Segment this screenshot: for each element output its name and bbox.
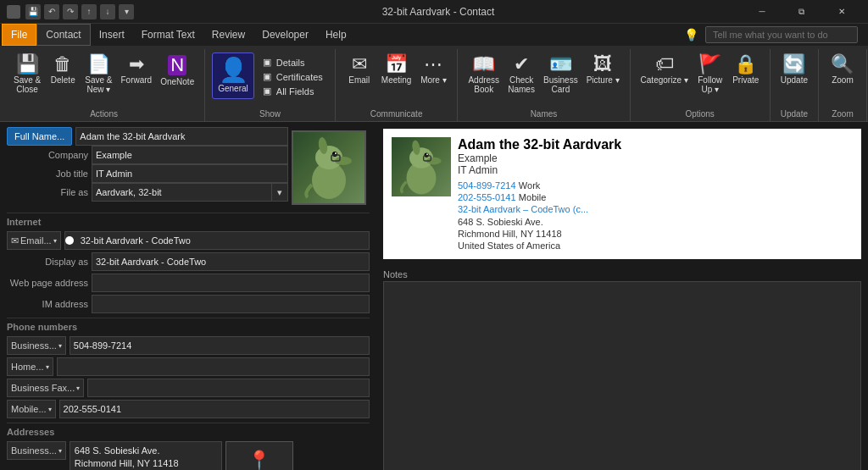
job-title-input[interactable]	[92, 164, 288, 183]
meeting-button[interactable]: 📅 Meeting	[378, 53, 415, 87]
company-input[interactable]	[92, 146, 288, 164]
categorize-icon: 🏷	[655, 55, 674, 74]
save-new-button[interactable]: 📄 Save &New ▾	[81, 53, 115, 97]
certificates-button[interactable]: ▣ Certificates	[259, 70, 326, 83]
up-tb-btn[interactable]: ↑	[81, 4, 97, 19]
im-address-row: IM address	[7, 295, 370, 313]
mobile-phone-input[interactable]	[59, 400, 370, 418]
forward-button[interactable]: ➡ Forward	[118, 53, 156, 87]
full-name-input[interactable]	[75, 127, 288, 146]
all-fields-button[interactable]: ▣ All Fields	[259, 85, 326, 97]
app-icon	[7, 5, 20, 19]
business-card-button[interactable]: 🪪 BusinessCard	[540, 53, 581, 97]
display-as-input[interactable]	[92, 252, 370, 271]
file-as-input[interactable]	[92, 183, 271, 202]
menu-help[interactable]: Help	[317, 24, 355, 46]
web-page-row: Web page address	[7, 274, 370, 292]
communicate-label: Communicate	[370, 108, 423, 121]
address-book-button[interactable]: 📖 AddressBook	[465, 53, 503, 97]
communicate-buttons: ✉ Email 📅 Meeting ⋯ More ▾	[341, 49, 453, 108]
email-field-row	[64, 231, 370, 250]
business-phone-label: Business...	[11, 340, 57, 351]
business-phone-dropdown[interactable]: Business... ▾	[7, 336, 66, 355]
address-block[interactable]: 648 S. Sobieski Ave. Richmond Hill, NY 1…	[70, 441, 222, 470]
update-button[interactable]: 🔄 Update	[777, 53, 811, 87]
business-phone-input[interactable]	[70, 336, 370, 355]
business-phone-row: Business... ▾	[7, 336, 370, 355]
actions-buttons: 💾 Save &Close 🗑 Delete 📄 Save &New ▾ ➡ F…	[8, 49, 199, 108]
map-it-button[interactable]: 📍 Map It	[225, 441, 293, 470]
notes-textarea[interactable]	[383, 281, 861, 470]
company-row: Company	[7, 146, 288, 164]
menu-file[interactable]: File	[2, 24, 36, 46]
card-link: 32-bit Aardvark – CodeTwo (c...	[458, 204, 588, 214]
business-fax-dropdown[interactable]: Business Fax... ▾	[7, 379, 84, 397]
business-fax-row: Business Fax... ▾	[7, 379, 370, 397]
more-tb-btn[interactable]: ▾	[119, 4, 134, 19]
general-button[interactable]: 👤 General	[212, 53, 254, 99]
more-button[interactable]: ⋯ More ▾	[416, 53, 450, 87]
tell-me-input[interactable]	[705, 26, 858, 43]
card-info: Adam the 32-bit Aardvark Example IT Admi…	[458, 137, 853, 251]
full-name-button[interactable]: Full Name...	[7, 127, 72, 146]
check-names-button[interactable]: ✔ CheckNames	[504, 53, 538, 97]
picture-button[interactable]: 🖼 Picture ▾	[583, 53, 623, 87]
address-street: 648 S. Sobieski Ave.	[75, 445, 217, 457]
restore-button[interactable]: ⧉	[782, 0, 821, 24]
file-as-label: File as	[7, 187, 92, 197]
tell-me-bar: 💡	[684, 24, 866, 46]
menu-review[interactable]: Review	[203, 24, 253, 46]
options-label: Options	[685, 108, 714, 121]
mobile-phone-dropdown[interactable]: Mobile... ▾	[7, 400, 56, 418]
address-city-state: Richmond Hill, NY 11418	[75, 457, 217, 470]
address-type-dropdown[interactable]: Business... ▾	[7, 441, 66, 460]
menu-developer[interactable]: Developer	[253, 24, 317, 46]
follow-up-button[interactable]: 🚩 FollowUp ▾	[693, 53, 727, 97]
aardvark-svg	[299, 134, 359, 202]
web-page-label: Web page address	[7, 278, 92, 288]
menu-contact[interactable]: Contact	[36, 24, 90, 46]
delete-icon: 🗑	[53, 55, 72, 74]
show-label: Show	[259, 108, 281, 121]
email-type-dropdown[interactable]: ✉ Email... ▾	[7, 231, 61, 250]
private-button[interactable]: 🔒 Private	[729, 53, 763, 87]
display-as-label: Display as	[7, 257, 92, 267]
save-tb-btn[interactable]: 💾	[25, 4, 41, 19]
email-indicator	[65, 236, 74, 245]
onenote-button[interactable]: N OneNote	[157, 53, 198, 89]
down-tb-btn[interactable]: ↓	[100, 4, 115, 19]
menu-format-text[interactable]: Format Text	[133, 24, 203, 46]
categorize-button[interactable]: 🏷 Categorize ▾	[637, 53, 692, 87]
zoom-button[interactable]: 🔍 Zoom	[826, 53, 860, 87]
email-button[interactable]: ✉ Email	[342, 53, 376, 87]
zoom-buttons: 🔍 Zoom	[824, 49, 861, 108]
home-phone-row: Home... ▾	[7, 357, 370, 376]
notes-label: Notes	[383, 269, 861, 279]
email-icon: ✉	[352, 55, 367, 74]
private-icon: 🔒	[734, 55, 757, 74]
web-page-input[interactable]	[92, 274, 370, 292]
file-as-dropdown[interactable]: ▾	[271, 183, 288, 202]
contact-photo[interactable]	[292, 130, 366, 205]
undo2-tb-btn[interactable]: ↷	[63, 4, 78, 19]
im-address-input[interactable]	[92, 295, 370, 313]
picture-icon: 🖼	[593, 55, 612, 74]
close-button[interactable]: ✕	[822, 0, 861, 24]
email-icon-small: ✉	[11, 235, 19, 246]
lightbulb-icon: 💡	[684, 28, 698, 41]
company-label: Company	[7, 150, 92, 160]
delete-button[interactable]: 🗑 Delete	[46, 53, 80, 87]
actions-label: Actions	[90, 108, 118, 121]
check-names-icon: ✔	[514, 55, 529, 74]
business-fax-input[interactable]	[87, 379, 370, 397]
fax-dropdown-arrow: ▾	[76, 384, 80, 392]
home-phone-dropdown[interactable]: Home... ▾	[7, 357, 53, 376]
menu-insert[interactable]: Insert	[91, 24, 133, 46]
top-form-fields: Full Name... Company Job title File as	[7, 127, 288, 202]
details-button[interactable]: ▣ Details	[259, 56, 326, 69]
home-phone-input[interactable]	[57, 357, 370, 376]
save-close-button[interactable]: 💾 Save &Close	[10, 53, 44, 97]
email-input[interactable]	[77, 231, 369, 250]
undo-tb-btn[interactable]: ↶	[44, 4, 59, 19]
minimize-button[interactable]: ─	[743, 0, 782, 24]
